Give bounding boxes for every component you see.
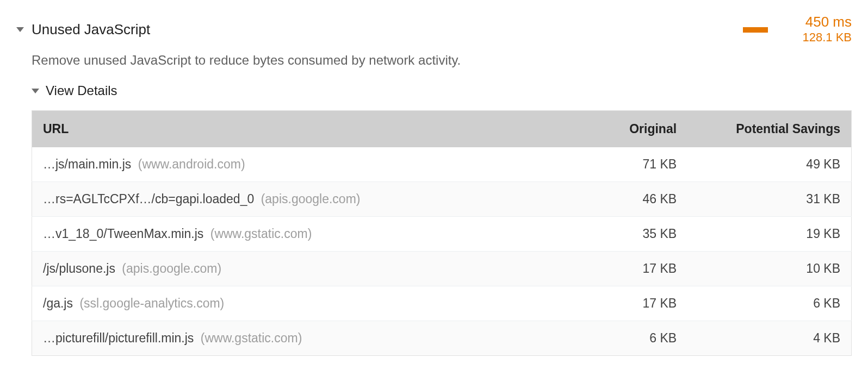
- audit-time: 450 ms: [805, 14, 852, 30]
- cell-savings: 4 KB: [687, 321, 851, 356]
- cell-url[interactable]: …js/main.min.js (www.android.com): [32, 147, 573, 182]
- url-host: (www.gstatic.com): [201, 331, 302, 345]
- table-row: …picturefill/picturefill.min.js (www.gst…: [32, 321, 852, 356]
- audit-header-left: Unused JavaScript: [16, 21, 150, 38]
- url-host: (apis.google.com): [261, 192, 361, 206]
- severity-chip: [743, 27, 768, 33]
- table-row: …js/main.min.js (www.android.com)71 KB49…: [32, 147, 852, 182]
- chevron-down-icon: [32, 89, 39, 93]
- cell-url[interactable]: /ga.js (ssl.google-analytics.com): [32, 286, 573, 321]
- audit-panel: Unused JavaScript 450 ms 128.1 KB Remove…: [0, 11, 868, 356]
- url-host: (www.android.com): [138, 157, 245, 171]
- audit-header: Unused JavaScript 450 ms 128.1 KB: [16, 11, 852, 51]
- cell-url[interactable]: …v1_18_0/TweenMax.min.js (www.gstatic.co…: [32, 217, 573, 252]
- cell-url[interactable]: …picturefill/picturefill.min.js (www.gst…: [32, 321, 573, 356]
- cell-original: 35 KB: [573, 217, 687, 252]
- url-path: /js/plusone.js: [43, 261, 115, 275]
- cell-savings: 31 KB: [687, 182, 851, 217]
- chevron-down-icon[interactable]: [16, 27, 24, 32]
- table-row: …v1_18_0/TweenMax.min.js (www.gstatic.co…: [32, 217, 852, 252]
- url-path: …v1_18_0/TweenMax.min.js: [43, 227, 203, 241]
- url-path: /ga.js: [43, 296, 73, 310]
- cell-url[interactable]: …rs=AGLTcCPXf…/cb=gapi.loaded_0 (apis.go…: [32, 182, 573, 217]
- column-url[interactable]: URL: [32, 111, 573, 148]
- cell-url[interactable]: /js/plusone.js (apis.google.com): [32, 252, 573, 286]
- audit-description: Remove unused JavaScript to reduce bytes…: [16, 51, 852, 83]
- audit-header-right: 450 ms 128.1 KB: [743, 14, 852, 45]
- url-host: (apis.google.com): [122, 261, 221, 275]
- table-row: /js/plusone.js (apis.google.com)17 KB10 …: [32, 252, 852, 286]
- cell-savings: 49 KB: [687, 147, 851, 182]
- cell-savings: 10 KB: [687, 252, 851, 286]
- table-row: …rs=AGLTcCPXf…/cb=gapi.loaded_0 (apis.go…: [32, 182, 852, 217]
- table-header-row: URL Original Potential Savings: [32, 111, 852, 148]
- audit-size: 128.1 KB: [802, 30, 852, 46]
- url-host: (ssl.google-analytics.com): [79, 296, 224, 310]
- cell-original: 71 KB: [573, 147, 687, 182]
- audit-details: View Details URL Original Potential Savi…: [16, 83, 852, 356]
- table-row: /ga.js (ssl.google-analytics.com)17 KB6 …: [32, 286, 852, 321]
- audit-title: Unused JavaScript: [32, 21, 150, 38]
- cell-original: 46 KB: [573, 182, 687, 217]
- details-toggle[interactable]: View Details: [32, 83, 852, 110]
- details-label: View Details: [46, 83, 117, 98]
- url-path: …js/main.min.js: [43, 157, 131, 171]
- cell-original: 17 KB: [573, 252, 687, 286]
- column-original[interactable]: Original: [573, 111, 687, 148]
- cell-savings: 6 KB: [687, 286, 851, 321]
- cell-savings: 19 KB: [687, 217, 851, 252]
- url-host: (www.gstatic.com): [210, 227, 312, 241]
- url-path: …picturefill/picturefill.min.js: [43, 331, 194, 345]
- cell-original: 17 KB: [573, 286, 687, 321]
- details-table: URL Original Potential Savings …js/main.…: [32, 110, 852, 356]
- audit-metrics: 450 ms 128.1 KB: [781, 14, 852, 45]
- column-savings[interactable]: Potential Savings: [687, 111, 851, 148]
- cell-original: 6 KB: [573, 321, 687, 356]
- url-path: …rs=AGLTcCPXf…/cb=gapi.loaded_0: [43, 192, 254, 206]
